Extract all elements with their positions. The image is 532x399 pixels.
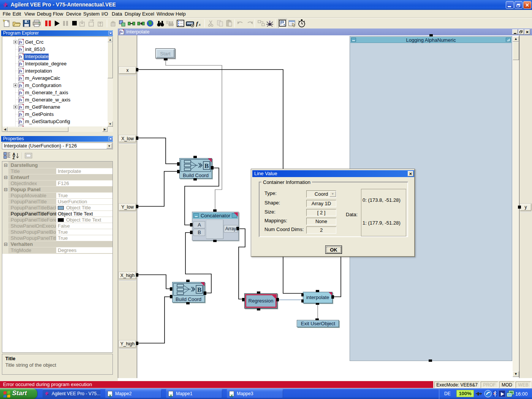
svg-text:m_GetStartupConfig: m_GetStartupConfig — [25, 119, 70, 124]
svg-text:x: x — [198, 22, 201, 27]
svg-text:Get_Crc: Get_Crc — [25, 39, 44, 45]
svg-text:B: B — [204, 162, 209, 169]
svg-text:m_AverageCalc: m_AverageCalc — [25, 75, 60, 81]
svg-text:m_GetFilename: m_GetFilename — [25, 104, 60, 110]
svg-text:f: f — [196, 21, 199, 27]
svg-text:interpolation: interpolation — [25, 68, 52, 74]
svg-text:Interpolate: Interpolate — [25, 54, 48, 59]
svg-text:m_Initialize: m_Initialize — [25, 126, 50, 127]
svg-text:m_Configuration: m_Configuration — [25, 82, 61, 88]
svg-text:B: B — [197, 286, 201, 293]
svg-text:m_Generate_w_axis: m_Generate_w_axis — [25, 97, 71, 103]
svg-text:m_Generate_f_axis: m_Generate_f_axis — [25, 90, 68, 95]
svg-text:Interpolate_degree: Interpolate_degree — [25, 61, 66, 66]
svg-text:m_GetPoints: m_GetPoints — [25, 111, 54, 117]
svg-text:init_8510: init_8510 — [25, 46, 45, 52]
svg-text:Z: Z — [13, 156, 15, 160]
